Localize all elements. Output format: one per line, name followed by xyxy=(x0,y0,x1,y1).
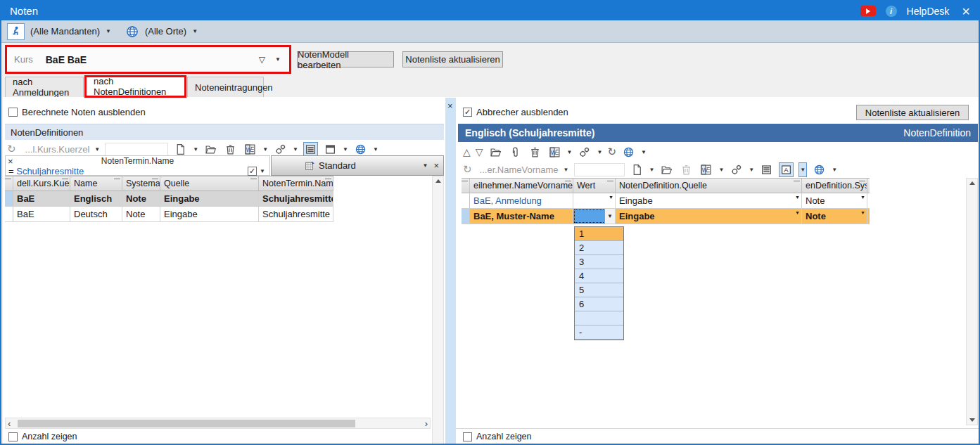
mandanten-dropdown-icon[interactable]: ▼ xyxy=(106,28,111,34)
right-notenliste-button[interactable]: Notenliste aktualisieren xyxy=(856,105,969,120)
table-row[interactable]: BaE, Anmeldung ▼ Eingabe▼ Note▼ xyxy=(462,193,870,209)
combo-dropdown-icon[interactable]: ▼ xyxy=(860,210,865,215)
combo-dropdown-icon[interactable]: ▼ xyxy=(795,210,800,215)
view-dropdown-icon[interactable]: ▼ xyxy=(343,146,348,153)
delete-icon[interactable] xyxy=(223,142,238,157)
dropdown-option[interactable]: 5 xyxy=(575,283,623,297)
left-search-column-selector[interactable]: ...l.Kurs.Kuerzel xyxy=(25,144,90,155)
new-record-dropdown-icon[interactable]: ▼ xyxy=(649,167,655,173)
refresh-icon[interactable]: ↻ xyxy=(607,146,616,158)
move-up-icon[interactable]: △ xyxy=(463,146,471,157)
scroll-up-icon[interactable] xyxy=(435,179,441,183)
preset-close-icon[interactable]: × xyxy=(433,160,439,171)
delete-icon[interactable] xyxy=(679,162,694,177)
open-folder-icon[interactable] xyxy=(659,162,674,177)
anzahl-zeigen-checkbox[interactable] xyxy=(463,432,472,441)
text-edit-dropdown-icon[interactable]: ▼ xyxy=(798,162,807,177)
word-export-dropdown-icon[interactable]: ▼ xyxy=(567,149,573,155)
refresh-icon[interactable]: ↻ xyxy=(463,163,472,176)
kurs-filter-icon[interactable]: ▽ xyxy=(259,55,265,65)
word-export-icon[interactable] xyxy=(699,162,713,177)
mandanten-selector[interactable]: (Alle Mandanten) xyxy=(30,26,100,37)
orte-dropdown-icon[interactable]: ▼ xyxy=(192,28,198,34)
scroll-up-icon[interactable] xyxy=(969,181,975,185)
table-row[interactable]: BaE Deutsch Note Eingabe Schuljahresmitt… xyxy=(5,207,333,222)
tab-nach-anmeldungen[interactable]: nach Anmeldungen xyxy=(5,77,84,97)
youtube-icon[interactable] xyxy=(860,6,876,16)
combo-dropdown-icon[interactable]: ▼ xyxy=(609,195,613,200)
filter-dropdown-icon[interactable]: ▼ xyxy=(260,168,265,174)
settings-gears-icon[interactable] xyxy=(577,145,592,160)
combo-dropdown-icon[interactable]: ▼ xyxy=(795,195,800,200)
panel-splitter[interactable]: × xyxy=(445,98,456,444)
scroll-right-icon[interactable]: › xyxy=(425,418,428,429)
notenliste-aktualisieren-button[interactable]: Notenliste aktualisieren xyxy=(402,51,503,67)
remove-filter-icon[interactable]: × xyxy=(8,156,13,167)
combo-dropdown-icon[interactable]: ▼ xyxy=(860,195,865,200)
tab-noteneintragungen[interactable]: Noteneintragungen xyxy=(187,77,264,97)
tab-nach-notendefinitionen[interactable]: nach NotenDefinitionen xyxy=(84,75,186,98)
berechnete-noten-checkbox[interactable] xyxy=(8,108,18,117)
right-search-input[interactable] xyxy=(574,163,625,176)
table-row[interactable]: BaE, Muster-Name ▼ Eingabe▼ Note▼ xyxy=(462,209,870,224)
abbrecher-checkbox[interactable]: ✓ xyxy=(463,108,472,117)
settings-dropdown-icon[interactable]: ▼ xyxy=(597,149,602,155)
settings-dropdown-icon[interactable]: ▼ xyxy=(293,146,298,153)
settings-gears-icon[interactable] xyxy=(273,142,288,157)
open-folder-icon[interactable] xyxy=(488,145,503,160)
left-search-input[interactable] xyxy=(105,143,168,156)
close-window-button[interactable]: × xyxy=(962,6,970,17)
open-folder-icon[interactable] xyxy=(203,142,218,157)
preset-dropdown-icon[interactable]: ▼ xyxy=(422,162,428,169)
dropdown-option[interactable]: 1 xyxy=(575,227,623,241)
new-record-icon[interactable] xyxy=(630,162,644,177)
web-icon[interactable] xyxy=(353,142,368,157)
refresh-icon[interactable]: ↻ xyxy=(7,143,16,155)
web-dropdown-icon[interactable]: ▼ xyxy=(641,149,647,155)
dropdown-option[interactable] xyxy=(575,311,623,325)
move-down-icon[interactable]: ▽ xyxy=(476,146,483,157)
settings-dropdown-icon[interactable]: ▼ xyxy=(749,167,754,173)
new-record-icon[interactable] xyxy=(173,142,188,157)
filter-value[interactable]: Schuljahresmitte xyxy=(16,166,84,176)
kurs-value[interactable]: BaE BaE xyxy=(46,54,87,65)
list-view-icon[interactable] xyxy=(759,162,774,177)
right-search-column-dropdown-icon[interactable]: ▼ xyxy=(564,167,569,173)
scroll-down-icon[interactable] xyxy=(969,418,975,422)
dropdown-option[interactable]: 3 xyxy=(575,255,623,269)
helpdesk-link[interactable]: HelpDesk xyxy=(907,6,950,17)
wert-dropdown-button[interactable]: ▼ xyxy=(604,209,615,224)
dropdown-option[interactable]: 6 xyxy=(575,297,623,311)
dropdown-option[interactable]: - xyxy=(575,325,623,340)
delete-icon[interactable] xyxy=(528,145,542,160)
right-vscrollbar[interactable] xyxy=(966,178,978,425)
web-icon[interactable] xyxy=(621,145,636,160)
settings-gears-icon[interactable] xyxy=(729,162,744,177)
orte-selector[interactable]: (Alle Orte) xyxy=(145,26,186,37)
attachment-icon[interactable] xyxy=(508,145,523,160)
web-dropdown-icon[interactable]: ▼ xyxy=(373,146,378,153)
word-export-icon[interactable] xyxy=(243,142,257,157)
left-search-column-dropdown-icon[interactable]: ▼ xyxy=(94,146,100,153)
noten-modell-button[interactable]: NotenModell bearbeiten xyxy=(297,51,394,67)
preset-name[interactable]: Standard xyxy=(319,160,356,171)
web-icon[interactable] xyxy=(812,162,827,177)
word-export-dropdown-icon[interactable]: ▼ xyxy=(262,146,268,153)
new-record-dropdown-icon[interactable]: ▼ xyxy=(193,146,198,153)
left-vscrollbar[interactable] xyxy=(432,176,444,445)
wert-edit-cell[interactable]: ▼ xyxy=(573,209,616,224)
text-edit-icon[interactable]: A xyxy=(779,162,794,177)
anzahl-zeigen-checkbox[interactable] xyxy=(8,432,18,441)
right-search-column-selector[interactable]: ...er.NameVorname xyxy=(480,165,559,175)
hscroll-thumb[interactable] xyxy=(18,420,355,427)
filter-active-checkbox[interactable]: ✓ xyxy=(248,167,257,176)
word-export-dropdown-icon[interactable]: ▼ xyxy=(718,167,724,173)
detail-view-icon[interactable] xyxy=(323,142,338,157)
table-row[interactable]: BaE Englisch Note Eingabe Schuljahresmit… xyxy=(5,191,333,207)
scroll-left-icon[interactable]: ‹ xyxy=(8,418,11,429)
dropdown-option[interactable]: 4 xyxy=(575,269,623,283)
kurs-dropdown-icon[interactable]: ▼ xyxy=(275,56,281,63)
close-detail-button[interactable]: × xyxy=(447,101,453,111)
word-export-icon[interactable] xyxy=(547,145,562,160)
list-view-icon[interactable] xyxy=(303,142,318,157)
